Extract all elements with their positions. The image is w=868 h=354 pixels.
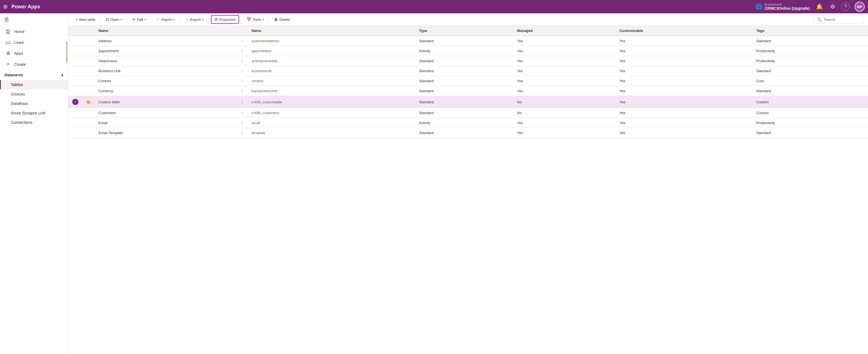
search-box[interactable]: 🔍 Search	[813, 15, 864, 24]
row-actions-menu[interactable]: ⋮	[236, 86, 248, 96]
sidebar-item-choices[interactable]: Choices	[0, 90, 68, 99]
sidebar-scrollbar[interactable]	[66, 41, 68, 63]
row-check-cell[interactable]	[68, 46, 82, 56]
edit-chevron: ▾	[145, 18, 146, 21]
delete-button[interactable]: 🗑 Delete	[271, 15, 293, 23]
row-customizable-cell: Yes	[616, 76, 752, 86]
row-check-cell[interactable]	[68, 76, 82, 86]
help-button[interactable]: ?	[841, 2, 850, 11]
export-button[interactable]: → Export ▾	[182, 15, 206, 23]
environment-name: CRMC3Online (Upgrade)	[765, 6, 810, 10]
row-actions-menu[interactable]: ⋮	[236, 36, 248, 46]
row-check-cell[interactable]	[68, 36, 82, 46]
sidebar: ☰ 🏠 Home 📖 Learn ⊞ Apps + Create Dataver…	[0, 13, 68, 354]
row-tech-name-cell: contact	[248, 76, 415, 86]
table-row[interactable]: Address⋮customeraddressStandardYesYesSta…	[68, 36, 868, 46]
toolbar-divider-7	[269, 16, 269, 23]
sidebar-item-connections[interactable]: Connections	[0, 118, 68, 127]
tools-button[interactable]: 📅 Tools ▾	[244, 15, 267, 23]
row-actions-menu[interactable]: ⋮	[236, 108, 248, 118]
toolbar-divider-2	[127, 16, 127, 23]
col-tech-name: Name	[248, 26, 415, 36]
settings-button[interactable]: ⚙	[829, 2, 836, 11]
sidebar-item-learn[interactable]: 📖 Learn	[0, 37, 68, 48]
row-tags-cell: Custom	[752, 108, 868, 118]
dataverse-section[interactable]: Dataverse ∧	[0, 70, 68, 80]
row-actions-menu[interactable]: ⋮	[236, 128, 248, 138]
sidebar-toggle[interactable]: ☰	[0, 13, 68, 26]
create-icon: +	[5, 61, 11, 67]
environment-info: 🌐 Environment CRMC3Online (Upgrade)	[755, 3, 810, 10]
row-check-cell[interactable]	[68, 86, 82, 96]
tools-icon: 📅	[247, 17, 251, 22]
properties-button[interactable]: ⚙ Properties	[211, 15, 239, 24]
row-actions-menu[interactable]: ⋮	[236, 118, 248, 128]
table-row[interactable]: Contact⋮contactStandardYesYesCore	[68, 76, 868, 86]
sidebar-item-azure-synapse-label: Azure Synapse Link	[11, 111, 45, 115]
new-table-label: New table	[79, 17, 95, 22]
edit-label: Edit	[137, 17, 143, 22]
row-tags-cell: Productivity	[752, 118, 868, 128]
row-name-cell: Attachment	[95, 56, 236, 66]
row-tags-cell: Standard	[752, 66, 868, 76]
row-name-cell: Contact	[95, 76, 236, 86]
row-managed-cell: Yes	[513, 86, 616, 96]
delete-icon: 🗑	[274, 17, 278, 22]
open-label: Open	[111, 17, 119, 22]
row-managed-cell: No	[513, 108, 616, 118]
row-managed-cell: Yes	[513, 128, 616, 138]
sidebar-item-learn-label: Learn	[14, 40, 24, 45]
row-emoji-cell	[82, 66, 95, 76]
open-button[interactable]: ⊡ Open ▾	[103, 15, 125, 23]
row-emoji-cell: 😊	[82, 96, 95, 108]
sidebar-item-create[interactable]: + Create	[0, 59, 68, 70]
toolbar-divider-1	[100, 16, 101, 23]
table-row[interactable]: Currency⋮transactioncurre...StandardYesY…	[68, 86, 868, 96]
row-type-cell: Standard	[415, 76, 513, 86]
table-row[interactable]: Appointment⋮appointmentActivityYesYesPro…	[68, 46, 868, 56]
row-check-cell[interactable]	[68, 108, 82, 118]
notifications-button[interactable]: 🔔	[815, 2, 824, 11]
row-emoji-cell	[82, 118, 95, 128]
row-actions-menu[interactable]: ⋮	[236, 76, 248, 86]
row-tags-cell: Standard	[752, 36, 868, 46]
table-row[interactable]: Business Unit⋮businessunitStandardYesYes…	[68, 66, 868, 76]
table-row[interactable]: Customers⋮cr496_customersStandardNoYesCu…	[68, 108, 868, 118]
col-icon	[82, 26, 95, 36]
import-button[interactable]: ← Import ▾	[153, 15, 177, 23]
edit-button[interactable]: ✏ Edit ▾	[130, 15, 149, 23]
row-check-cell[interactable]	[68, 56, 82, 66]
table-row[interactable]: Email Template⋮templateStandardYesYesSta…	[68, 128, 868, 138]
open-chevron: ▾	[121, 18, 122, 21]
sidebar-item-home-label: Home	[14, 29, 25, 34]
row-tech-name-cell: activitymimeatta...	[248, 56, 415, 66]
row-actions-menu[interactable]: ⋮	[236, 46, 248, 56]
sidebar-item-home[interactable]: 🏠 Home	[0, 26, 68, 37]
toolbar-divider-5	[209, 16, 209, 23]
row-customizable-cell: Yes	[616, 96, 752, 108]
row-actions-menu[interactable]: ⋮	[236, 56, 248, 66]
table-row[interactable]: Attachment⋮activitymimeatta...StandardYe…	[68, 56, 868, 66]
row-customizable-cell: Yes	[616, 46, 752, 56]
row-actions-menu[interactable]: ⋮	[236, 96, 248, 108]
row-tags-cell: Standard	[752, 128, 868, 138]
table-row[interactable]: Email⋮emailActivityYesYesProductivity	[68, 118, 868, 128]
new-table-button[interactable]: + New table	[73, 15, 98, 23]
row-customizable-cell: Yes	[616, 128, 752, 138]
row-type-cell: Standard	[415, 96, 513, 108]
row-check-cell[interactable]	[68, 128, 82, 138]
grid-icon[interactable]: ⊞	[3, 4, 7, 10]
sidebar-item-dataflows[interactable]: Dataflows	[0, 99, 68, 108]
table-row[interactable]: ✓😊Custom table⋮cr496_customtableStandard…	[68, 96, 868, 108]
user-avatar[interactable]: MP	[855, 2, 865, 12]
dataverse-chevron: ∧	[61, 73, 64, 77]
tools-chevron: ▾	[262, 18, 264, 21]
row-actions-menu[interactable]: ⋮	[236, 66, 248, 76]
sidebar-item-azure-synapse[interactable]: Azure Synapse Link	[0, 108, 68, 118]
row-check-cell[interactable]	[68, 118, 82, 128]
row-type-cell: Activity	[415, 118, 513, 128]
sidebar-item-tables[interactable]: Tables	[0, 80, 68, 90]
row-check-cell[interactable]	[68, 66, 82, 76]
row-check-cell[interactable]: ✓	[68, 96, 82, 108]
sidebar-item-apps[interactable]: ⊞ Apps	[0, 48, 68, 59]
